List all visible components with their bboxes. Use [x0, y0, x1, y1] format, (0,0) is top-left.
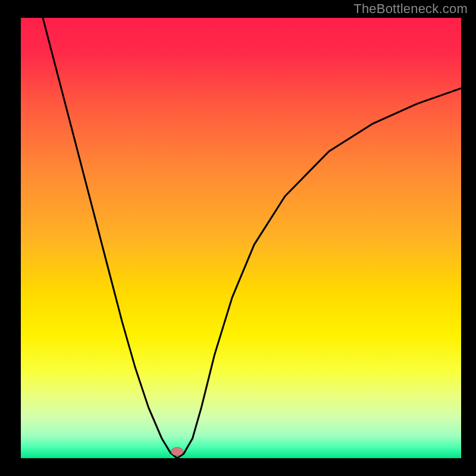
plot-background: [21, 18, 461, 458]
chart-svg: [0, 0, 476, 476]
watermark-text: TheBottleneck.com: [353, 1, 468, 17]
chart-container: TheBottleneck.com: [0, 0, 476, 476]
optimal-marker: [171, 447, 183, 456]
